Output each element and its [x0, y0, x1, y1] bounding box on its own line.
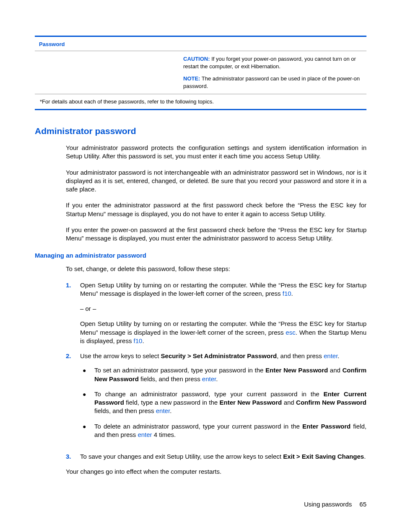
ordered-steps: 1. Open Setup Utility by turning on or r… [66, 281, 366, 461]
text: . [364, 453, 366, 460]
key-esc: esc [286, 329, 295, 336]
text: field, type a new password in the [124, 399, 220, 406]
bullet-icon: ● [83, 366, 94, 383]
text: . [170, 407, 171, 414]
heading-administrator-password: Administrator password [35, 126, 366, 136]
step-number: 2. [66, 352, 80, 446]
bullet-content: To set an administrator password, type y… [94, 366, 366, 383]
text: Open Setup Utility by turning on or rest… [80, 281, 366, 297]
paragraph-1: Your administrator password protects the… [66, 144, 366, 161]
note-block: NOTE: The administrator password can be … [183, 75, 363, 90]
text: To delete an administrator password, typ… [94, 423, 302, 430]
field-name: Enter New Password [219, 399, 282, 406]
key-enter: enter [202, 375, 216, 382]
bullet-set-password: ● To set an administrator password, type… [83, 366, 366, 383]
step-content: Open Setup Utility by turning on or rest… [80, 281, 366, 346]
table-cell-left [35, 51, 183, 94]
text: . [338, 352, 339, 359]
key-enter: enter [156, 407, 170, 414]
note-label: NOTE: [183, 75, 200, 82]
bullet-content: To delete an administrator password, typ… [94, 422, 366, 439]
field-name: Enter New Password [265, 367, 328, 374]
key-enter: enter [138, 431, 152, 438]
caution-label: CAUTION: [183, 56, 210, 62]
menu-path: Exit > Exit Saving Changes [283, 453, 364, 460]
field-name: Enter Password [302, 423, 351, 430]
step-content: To save your changes and exit Setup Util… [80, 452, 366, 461]
step-alt: Open Setup Utility by turning on or rest… [80, 320, 366, 345]
paragraph-3: If you enter the administrator password … [66, 201, 366, 218]
table-cell-right: CAUTION: If you forget your power-on pas… [183, 51, 366, 94]
table-header-password: Password [39, 41, 65, 47]
text: To set an administrator password, type y… [94, 367, 265, 374]
field-name: Confirm New Password [296, 399, 366, 406]
text: To change an administrator password, typ… [94, 390, 324, 398]
text: . [142, 337, 144, 344]
text: and [282, 399, 296, 406]
text: fields, and then press [139, 375, 202, 382]
bullet-change-password: ● To change an administrator password, t… [83, 390, 366, 416]
page-number: 65 [359, 501, 366, 508]
text: fields, and then press [94, 407, 156, 414]
paragraph-2: Your administrator password is not inter… [66, 168, 366, 194]
paragraph-4: If you enter the power-on password at th… [66, 226, 366, 243]
text: To save your changes and exit Setup Util… [80, 453, 283, 460]
text: and [328, 367, 342, 374]
or-separator: – or – [80, 305, 366, 313]
table-body-row: CAUTION: If you forget your power-on pas… [35, 51, 366, 94]
key-f10: f10 [283, 290, 291, 297]
table-footnote: *For details about each of these passwor… [35, 94, 366, 109]
bullet-delete-password: ● To delete an administrator password, t… [83, 422, 366, 439]
step-2: 2. Use the arrow keys to select Security… [66, 352, 366, 446]
page-footer: Using passwords 65 [304, 501, 366, 508]
key-enter: enter [324, 352, 338, 359]
table-header-row: Password [35, 37, 366, 51]
menu-path: Security > Set Administrator Password [161, 352, 277, 359]
password-table: Password CAUTION: If you forget your pow… [35, 36, 366, 110]
key-f10: f10 [134, 337, 143, 344]
bullet-content: To change an administrator password, typ… [94, 390, 366, 416]
text: Use the arrow keys to select [80, 352, 161, 359]
heading-managing-admin-password: Managing an administrator password [35, 252, 366, 259]
step-content: Use the arrow keys to select Security > … [80, 352, 366, 446]
closing-paragraph: Your changes go into effect when the com… [66, 467, 366, 476]
bullet-list: ● To set an administrator password, type… [80, 366, 366, 439]
step-number: 3. [66, 452, 80, 461]
text: , and then press [277, 352, 324, 359]
step-number: 1. [66, 281, 80, 346]
step-1: 1. Open Setup Utility by turning on or r… [66, 281, 366, 346]
bullet-icon: ● [83, 390, 94, 416]
note-text: The administrator password can be used i… [183, 75, 360, 89]
text: 4 times. [152, 431, 176, 438]
footer-section-label: Using passwords [304, 501, 352, 508]
text: . [291, 290, 293, 297]
text: . [216, 375, 218, 382]
bullet-icon: ● [83, 422, 94, 439]
step-3: 3. To save your changes and exit Setup U… [66, 452, 366, 461]
caution-block: CAUTION: If you forget your power-on pas… [183, 55, 363, 70]
steps-intro: To set, change, or delete this password,… [66, 265, 366, 273]
